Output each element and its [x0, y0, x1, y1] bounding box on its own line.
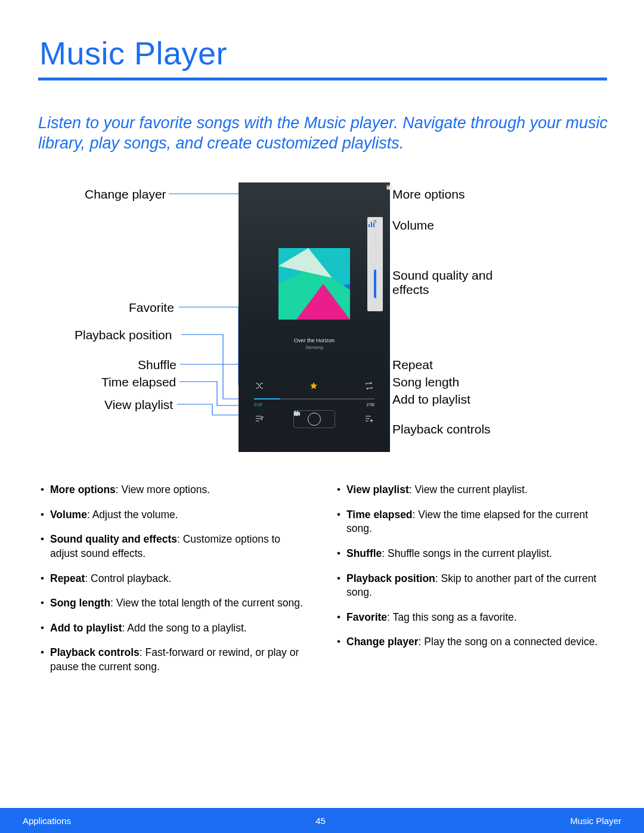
icon-row [239, 382, 390, 392]
shuffle-icon[interactable] [255, 382, 264, 390]
album-art [278, 248, 350, 320]
desc-item-bold: Favorite [346, 611, 387, 623]
desc-item-bold: Playback position [346, 572, 435, 584]
desc-item: View playlist: View the current playlist… [335, 483, 607, 497]
desc-item-bold: Song length [50, 597, 110, 609]
desc-item-bold: Repeat [50, 572, 85, 584]
intro-text: Listen to your favorite songs with the M… [38, 113, 611, 154]
footer-left: Applications [23, 816, 71, 826]
view-playlist-icon[interactable] [255, 414, 264, 423]
desc-item: Song length: View the total length of th… [38, 596, 311, 611]
next-icon[interactable] [294, 411, 300, 417]
volume-track[interactable] [374, 227, 376, 298]
desc-item-bold: Shuffle [346, 547, 382, 559]
footer: Applications 45 Music Player [0, 808, 644, 833]
more-icon [386, 185, 389, 191]
page-title: Music Player [39, 35, 227, 72]
volume-panel[interactable]: 5 [367, 217, 383, 311]
song-artist: Samsung [239, 345, 390, 349]
desc-item: Playback controls: Fast-forward or rewin… [38, 646, 311, 674]
desc-item: Volume: Adjust the volume. [38, 508, 311, 522]
control-row [239, 410, 390, 428]
desc-item: More options: View more options. [38, 483, 311, 497]
footer-page-number: 45 [71, 816, 570, 826]
desc-item-bold: Change player [346, 636, 419, 648]
svg-point-4 [386, 188, 387, 189]
title-rule [38, 78, 607, 80]
time-elapsed-value: 0:39 [254, 402, 262, 407]
svg-rect-7 [373, 223, 374, 227]
favorite-icon[interactable] [309, 382, 318, 390]
desc-item-bold: Sound quality and effects [50, 533, 177, 545]
desc-item: Shuffle: Shuffle songs in the current pl… [335, 547, 607, 561]
desc-item: Time elapsed: View the time elapsed for … [335, 508, 607, 536]
desc-col-right: View playlist: View the current playlist… [335, 483, 607, 685]
svg-point-3 [386, 188, 387, 188]
play-pause-button[interactable] [308, 413, 321, 426]
svg-rect-5 [369, 224, 370, 227]
svg-rect-6 [371, 222, 372, 227]
progress-bar[interactable] [254, 398, 374, 400]
song-title: Over the Horizon [239, 337, 390, 343]
progress-fill [254, 398, 280, 400]
page: Music Player Listen to your favorite son… [0, 0, 644, 833]
equalizer-icon[interactable] [367, 219, 376, 228]
volume-fill [374, 270, 376, 298]
svg-point-2 [386, 187, 387, 187]
repeat-icon[interactable] [365, 382, 373, 390]
svg-marker-13 [310, 382, 317, 389]
desc-item-bold: Volume [50, 509, 87, 521]
diagram: Change player Favorite Playback position… [38, 161, 607, 471]
desc-item-bold: More options [50, 484, 116, 496]
desc-item: Sound quality and effects: Customize opt… [38, 532, 311, 561]
desc-col-left: More options: View more options.Volume: … [38, 483, 311, 685]
add-to-playlist-icon[interactable] [365, 414, 373, 423]
desc-item-bold: View playlist [346, 484, 409, 496]
desc-item: Change player: Play the song on a connec… [335, 635, 607, 649]
desc-item-bold: Time elapsed [346, 509, 413, 521]
desc-item-bold: Playback controls [50, 646, 140, 658]
time-total-value: 2:58 [366, 402, 374, 407]
desc-item: Favorite: Tag this song as a favorite. [335, 611, 607, 625]
footer-right: Music Player [570, 816, 621, 826]
playback-controls [293, 410, 335, 428]
desc-item-bold: Add to playlist [50, 622, 122, 634]
phone-mockup: 5 Over the Horizon Samsung [239, 182, 390, 452]
description-columns: More options: View more options.Volume: … [38, 483, 607, 685]
svg-marker-19 [297, 411, 300, 416]
desc-item: Add to playlist: Add the song to a playl… [38, 621, 311, 636]
desc-item: Repeat: Control playback. [38, 572, 311, 586]
svg-marker-18 [294, 411, 297, 416]
desc-item: Playback position: Skip to another part … [335, 572, 607, 600]
